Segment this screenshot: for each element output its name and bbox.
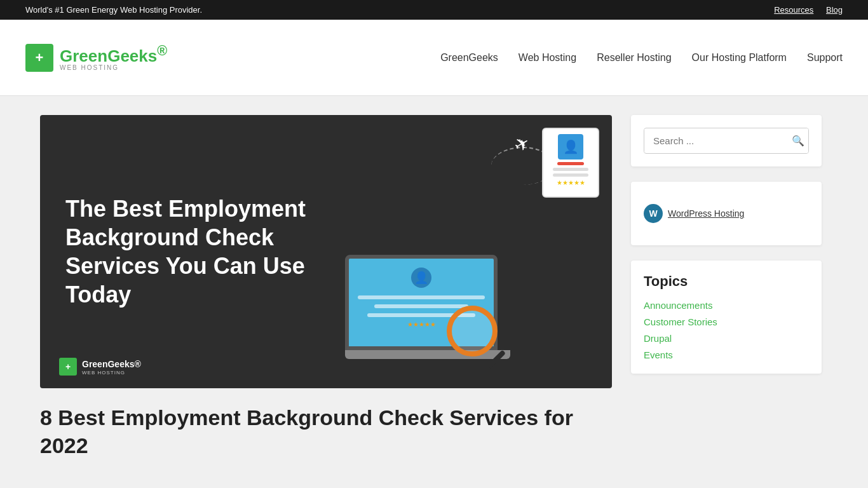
hero-title: The Best Employment Background Check Ser… <box>40 169 355 334</box>
search-icon: 🔍 <box>792 135 804 146</box>
wp-hosting-ad: W WordPress Hosting <box>631 182 822 245</box>
search-button[interactable]: 🔍 <box>783 128 809 153</box>
topic-link-drupal[interactable]: Drupal <box>644 333 672 344</box>
nav-reseller-hosting[interactable]: Reseller Hosting <box>597 52 671 64</box>
id-avatar-icon: 👤 <box>558 134 583 159</box>
top-bar-links: Resources Blog <box>764 5 843 15</box>
id-stars: ★★★★★ <box>557 179 585 186</box>
top-bar-tagline: World's #1 Green Energy Web Hosting Prov… <box>25 5 202 15</box>
resources-link[interactable]: Resources <box>774 5 813 15</box>
main-nav: GreenGeeks Web Hosting Reseller Hosting … <box>440 52 843 64</box>
hero-image: The Best Employment Background Check Ser… <box>40 115 612 388</box>
logo-brand: GreenGeeks® <box>60 44 167 64</box>
nav-web-hosting[interactable]: Web Hosting <box>519 52 576 64</box>
topics-heading: Topics <box>644 273 809 290</box>
logo-sub: WEB HOSTING <box>60 64 167 71</box>
id-card-illustration: 👤 ★★★★★ <box>542 128 599 198</box>
magnifier-icon <box>447 306 498 356</box>
id-line-2 <box>553 168 588 171</box>
topics-card: Topics Announcements Customer Stories Dr… <box>631 261 822 374</box>
wordpress-icon: W <box>644 204 663 223</box>
search-box: 🔍 <box>644 128 809 154</box>
topic-item-customer-stories: Customer Stories <box>644 316 809 328</box>
logo-text: GreenGeeks® WEB HOSTING <box>60 44 167 71</box>
screen-avatar-icon: 👤 <box>411 268 431 288</box>
hero-brand-sub: WEB HOSTING <box>82 370 141 376</box>
wp-ad-placeholder: W WordPress Hosting <box>644 204 744 223</box>
id-line-1 <box>557 162 584 165</box>
topic-link-customer-stories[interactable]: Customer Stories <box>644 316 717 327</box>
hero-logo-watermark: + GreenGeeks® WEB HOSTING <box>59 358 141 376</box>
logo-icon: + <box>25 44 53 72</box>
nav-our-hosting-platform[interactable]: Our Hosting Platform <box>692 52 787 64</box>
screen-line-1 <box>358 295 485 299</box>
site-header: + GreenGeeks® WEB HOSTING GreenGeeks Web… <box>0 20 868 96</box>
laptop-illustration: 👤 ★★★★★ <box>345 255 510 369</box>
logo[interactable]: + GreenGeeks® WEB HOSTING <box>25 44 167 72</box>
topic-item-drupal: Drupal <box>644 333 809 344</box>
blog-link[interactable]: Blog <box>826 5 843 15</box>
hero-logo-icon: + <box>59 358 77 376</box>
page-wrapper: The Best Employment Background Check Ser… <box>27 96 841 478</box>
nav-greengeeks[interactable]: GreenGeeks <box>440 52 498 64</box>
id-line-3 <box>553 173 588 177</box>
search-card: 🔍 <box>631 115 822 166</box>
topic-link-announcements[interactable]: Announcements <box>644 300 712 311</box>
nav-support[interactable]: Support <box>807 52 843 64</box>
topic-item-announcements: Announcements <box>644 300 809 311</box>
logo-brand-prefix: Green <box>60 46 107 65</box>
screen-line-2 <box>374 304 468 308</box>
topic-item-events: Events <box>644 349 809 361</box>
topics-list: Announcements Customer Stories Drupal Ev… <box>644 300 809 361</box>
hero-brand: GreenGeeks® <box>82 359 141 369</box>
main-content: The Best Employment Background Check Ser… <box>40 115 612 459</box>
search-input[interactable] <box>644 129 783 152</box>
logo-brand-suffix: Geeks® <box>107 46 167 65</box>
article-title: 8 Best Employment Background Check Servi… <box>40 403 612 459</box>
wp-hosting-label[interactable]: WordPress Hosting <box>668 208 744 219</box>
topic-link-events[interactable]: Events <box>644 349 673 360</box>
top-bar: World's #1 Green Energy Web Hosting Prov… <box>0 0 868 20</box>
hero-logo-text: GreenGeeks® WEB HOSTING <box>82 358 141 376</box>
sidebar: 🔍 W WordPress Hosting Topics Announcemen… <box>631 115 822 374</box>
